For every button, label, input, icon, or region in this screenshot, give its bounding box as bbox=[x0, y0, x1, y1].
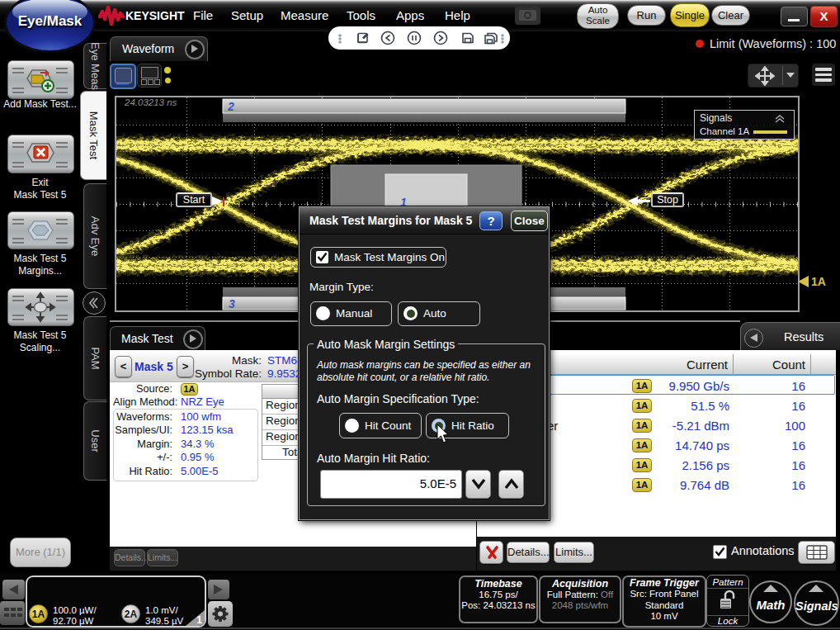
svg-text:2: 2 bbox=[227, 100, 234, 113]
svg-text:3: 3 bbox=[229, 297, 235, 310]
